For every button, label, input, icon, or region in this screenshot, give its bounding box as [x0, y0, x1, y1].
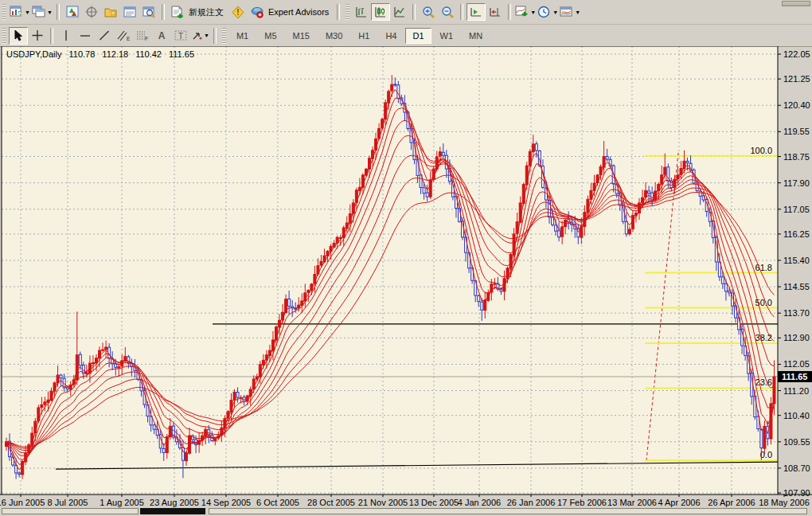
date-tick-label: 21 Nov 2005 [358, 498, 408, 507]
terminal-button[interactable] [120, 3, 139, 21]
price-tick-label: 110.40 [783, 411, 810, 420]
text-label-button[interactable]: T [171, 27, 190, 45]
price-tick-label: 112.90 [783, 333, 810, 342]
ohlc-close: 111.65 [169, 49, 194, 59]
expert-advisors-label[interactable]: Expert Advisors [268, 7, 329, 17]
ohlc-high: 112.18 [102, 49, 128, 59]
plot-background [2, 46, 778, 494]
expert-advisors-button[interactable] [248, 3, 267, 21]
price-tick-label: 120.40 [783, 100, 810, 110]
price-chart[interactable]: 100.061.850.038.223.60.0122.05121.25120.… [0, 46, 812, 508]
main-toolbar: ▼ ▼ 新規注文 ! Expert Advisors [0, 0, 812, 25]
timeframe-d1[interactable]: D1 [405, 28, 431, 44]
strategy-tester-button[interactable] [139, 3, 158, 21]
metaeditor-button[interactable]: ! [228, 3, 248, 21]
date-tick-label: 16 Jun 2005 [0, 498, 45, 507]
toolbar-grip[interactable] [222, 28, 226, 44]
toolbar-grip[interactable] [2, 4, 6, 20]
candlestick-chart-icon [374, 6, 387, 18]
navigator-button[interactable] [101, 3, 120, 21]
auto-scroll-button[interactable] [467, 3, 486, 21]
timeframe-mn[interactable]: MN [462, 28, 490, 44]
chevron-down-icon: ▼ [204, 33, 209, 38]
chart-shift-icon [489, 6, 502, 18]
new-order-icon [170, 6, 185, 19]
chart-shift-button[interactable] [486, 3, 505, 21]
date-tick-label: 26 Apr 2006 [708, 498, 755, 507]
new-order-label[interactable]: 新規注文 [189, 6, 224, 18]
channel-glyph: E [127, 36, 130, 41]
crosshair-icon [32, 29, 43, 41]
toolbar-separator [412, 4, 416, 20]
terminal-icon [123, 6, 136, 18]
price-tick-label: 121.25 [783, 74, 810, 84]
line-chart-button[interactable] [390, 3, 409, 21]
price-tick-label: 117.05 [783, 205, 810, 214]
timeframe-h1[interactable]: H1 [351, 28, 377, 44]
chevron-down-icon: ▼ [25, 10, 30, 15]
time-axis[interactable]: 16 Jun 20058 Jul 20051 Aug 200523 Aug 20… [0, 494, 810, 507]
periods-button[interactable]: ▼ [537, 3, 559, 21]
text-button[interactable]: A [152, 27, 171, 45]
price-tick-label: 122.05 [783, 49, 810, 59]
zoom-out-button[interactable] [438, 3, 457, 21]
price-tick-label: 112.05 [783, 359, 810, 369]
horizontal-line-icon [80, 29, 91, 41]
templates-button[interactable]: ▼ [559, 3, 581, 21]
svg-text:!: ! [236, 8, 239, 17]
horizontal-line-button[interactable] [76, 27, 95, 45]
text-icon: A [156, 29, 167, 41]
data-window-button[interactable] [82, 3, 101, 21]
timeframe-m30[interactable]: M30 [318, 28, 349, 44]
chart-area[interactable]: 100.061.850.038.223.60.0122.05121.25120.… [0, 46, 812, 508]
date-tick-label: 26 Jan 2006 [507, 498, 556, 507]
toolbar-grip[interactable] [2, 28, 6, 44]
timeframe-m1[interactable]: M1 [229, 28, 256, 44]
timeframe-w1[interactable]: W1 [433, 28, 461, 44]
fibonacci-icon: F [136, 29, 149, 41]
fibonacci-button[interactable]: F [133, 27, 152, 45]
cursor-icon [13, 29, 24, 41]
new-order-button[interactable] [168, 3, 187, 21]
bar-chart-icon [355, 6, 368, 18]
toolbar-separator [460, 4, 463, 20]
market-watch-button[interactable] [63, 3, 82, 21]
price-tick-label: 115.40 [783, 256, 810, 265]
candlestick-chart-button[interactable] [371, 3, 390, 21]
price-tick-label: 118.75 [783, 152, 810, 162]
date-tick-label: 13 Mar 2006 [607, 498, 657, 507]
price-axis[interactable]: 122.05121.25120.40119.55118.75117.90117.… [778, 49, 812, 498]
profiles-button[interactable]: ▼ [31, 3, 53, 21]
trendline-button[interactable] [95, 27, 114, 45]
date-tick-label: 4 Jan 2006 [458, 498, 501, 507]
price-tick-label: 111.20 [783, 386, 809, 396]
timeframe-m5[interactable]: M5 [257, 28, 283, 44]
profiles-icon [32, 6, 46, 18]
bar-chart-button[interactable] [352, 3, 371, 21]
window-controls[interactable] [782, 1, 810, 6]
timeframe-h4[interactable]: H4 [378, 28, 404, 44]
channel-button[interactable]: E [114, 27, 133, 45]
new-chart-button[interactable]: ▼ [9, 3, 31, 21]
price-tick-label: 108.70 [783, 463, 810, 473]
date-tick-label: 4 Apr 2006 [658, 498, 700, 507]
expert-advisors-icon [250, 6, 264, 19]
zoom-in-button[interactable] [419, 3, 438, 21]
toolbar-grip[interactable] [345, 4, 349, 20]
date-tick-label: 17 Feb 2006 [557, 498, 607, 507]
price-tick-label: 114.55 [783, 282, 810, 291]
indicators-button[interactable]: ▼ [514, 3, 537, 21]
trendline-icon [99, 29, 110, 41]
ohlc-low: 110.42 [135, 49, 162, 59]
timeframe-m15[interactable]: M15 [286, 28, 317, 44]
arrows-button[interactable]: ▼ [190, 27, 210, 45]
price-tick-label: 119.55 [783, 127, 810, 136]
crosshair-button[interactable] [28, 27, 47, 45]
chevron-down-icon: ▼ [530, 10, 536, 15]
vertical-line-button[interactable] [57, 27, 76, 45]
date-tick-label: 28 Oct 2005 [307, 498, 355, 507]
vertical-line-icon [61, 29, 72, 41]
cursor-button[interactable] [9, 27, 28, 45]
price-tick-label: 107.90 [783, 488, 810, 498]
zoom-in-icon [422, 6, 435, 18]
